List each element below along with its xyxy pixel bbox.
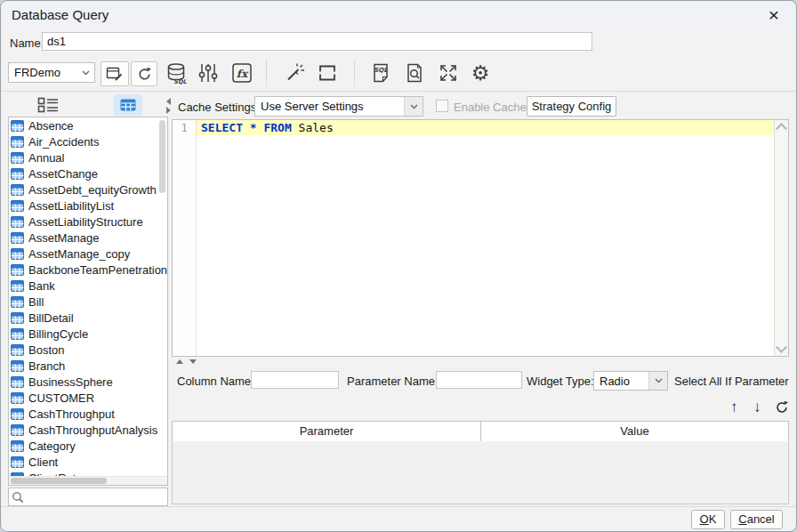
- expand-editor-icon[interactable]: [189, 359, 197, 364]
- horizontal-scrollbar[interactable]: [9, 476, 167, 485]
- table-list-item[interactable]: Bank: [9, 278, 167, 294]
- close-icon[interactable]: ×: [762, 4, 785, 27]
- table-icon: [11, 440, 24, 452]
- selected-tab-highlight: [114, 94, 142, 116]
- merge-query-button[interactable]: [314, 61, 341, 85]
- widget-type-select[interactable]: Radio: [593, 371, 668, 391]
- table-list-item[interactable]: AssetLiabilityList: [9, 197, 167, 214]
- table-icon: [11, 360, 24, 372]
- collapse-sidebar-icon[interactable]: [166, 98, 171, 105]
- edit-connection-button[interactable]: [101, 61, 129, 86]
- parameter-name-input[interactable]: [436, 371, 522, 389]
- table-icon: [11, 200, 24, 212]
- ok-button[interactable]: OK: [691, 510, 725, 529]
- table-list-item[interactable]: Category: [9, 438, 167, 454]
- column-name-input[interactable]: [251, 371, 339, 389]
- refresh-parameters-button[interactable]: [775, 400, 789, 418]
- table-name: Annual: [28, 151, 64, 165]
- database-sql-button[interactable]: SQL: [163, 61, 189, 85]
- table-list-item[interactable]: BillDetail: [9, 310, 167, 326]
- toolbar: FRDemo SQL: [1, 55, 796, 92]
- table-name: Air_Accidents: [28, 135, 99, 149]
- refresh-connection-button[interactable]: [131, 61, 157, 86]
- cache-mode-select[interactable]: Use Server Settings: [254, 96, 423, 117]
- name-input[interactable]: [42, 32, 592, 51]
- enable-cache-checkbox[interactable]: [436, 100, 448, 112]
- scroll-down-icon[interactable]: [776, 342, 787, 353]
- strategy-config-button[interactable]: Strategy Config: [527, 96, 616, 117]
- table-list-item[interactable]: Bill: [9, 294, 167, 310]
- table-list-item[interactable]: Annual: [9, 149, 167, 165]
- smart-add-button[interactable]: [281, 61, 308, 85]
- table-search-input[interactable]: [26, 489, 167, 504]
- table-list-item[interactable]: AssetManage: [9, 230, 167, 246]
- table-name: CashThroughputAnalysis: [28, 423, 157, 437]
- connection-select-value: FRDemo: [14, 63, 75, 82]
- vertical-scrollbar-thumb[interactable]: [159, 120, 165, 193]
- database-sql-icon: SQL: [165, 61, 188, 85]
- table-name: BusinessSphere: [28, 375, 113, 389]
- table-name: Category: [28, 439, 76, 453]
- table-list-item[interactable]: Absence: [9, 117, 167, 133]
- settings-button[interactable]: ⚙: [467, 61, 494, 85]
- table-icon: [11, 408, 24, 420]
- table-list-item[interactable]: BillingCycle: [9, 326, 167, 342]
- table-list-item[interactable]: Client: [9, 454, 167, 470]
- expand-sidebar-icon[interactable]: [166, 107, 171, 114]
- filter-params-button[interactable]: [195, 61, 221, 85]
- table-list-item[interactable]: BackboneTeamPenetration: [9, 262, 167, 278]
- table-list-item[interactable]: Branch: [9, 358, 167, 374]
- move-down-icon[interactable]: ↓: [753, 399, 761, 415]
- sql-editor[interactable]: 1 SELECT * FROM Sales: [172, 119, 789, 357]
- table-icon: [11, 264, 24, 276]
- table-search-box[interactable]: [8, 488, 168, 506]
- formula-button[interactable]: fx: [229, 61, 255, 85]
- table-icon: [11, 248, 24, 260]
- scroll-up-icon[interactable]: [776, 123, 787, 134]
- table-list-item[interactable]: BusinessSphere: [9, 374, 167, 390]
- refresh-icon: [137, 67, 152, 82]
- table-icon: [11, 456, 24, 468]
- expand-arrows-icon: [439, 63, 458, 83]
- table-list-item[interactable]: Boston: [9, 342, 167, 358]
- table-list-item[interactable]: CUSTOMER: [9, 390, 167, 406]
- table-list-item[interactable]: Air_Accidents: [9, 133, 167, 149]
- table-icon: [11, 312, 24, 324]
- table-name: AssetLiabilityStructure: [28, 215, 143, 229]
- table-icon: [11, 424, 24, 436]
- table-icon: [11, 376, 24, 388]
- gear-icon: ⚙: [471, 61, 490, 85]
- table-list-item[interactable]: CashThroughput: [9, 406, 167, 422]
- horizontal-scrollbar-thumb[interactable]: [11, 478, 107, 484]
- database-query-dialog: Database Query × Name: FRDemo: [0, 0, 797, 532]
- table-name: Boston: [28, 343, 64, 357]
- table-list-item[interactable]: AssetDebt_equityGrowth: [9, 181, 167, 197]
- table-list-item[interactable]: CashThroughputAnalysis: [9, 422, 167, 438]
- tab-list-view[interactable]: [8, 93, 88, 117]
- table-name: Absence: [28, 119, 74, 133]
- collapse-editor-icon[interactable]: [176, 359, 183, 364]
- table-list-item[interactable]: AssetLiabilityStructure: [9, 214, 167, 230]
- table-icon: [11, 328, 24, 340]
- table-icon: [11, 136, 24, 148]
- table-name: BillDetail: [28, 311, 74, 325]
- sql-text-button[interactable]: SQL: [367, 61, 394, 85]
- cancel-button[interactable]: Cancel: [730, 510, 783, 529]
- table-name: CUSTOMER: [28, 391, 94, 405]
- connection-select[interactable]: FRDemo: [8, 62, 95, 83]
- table-icon: [11, 168, 24, 180]
- table-list-item[interactable]: AssetChange: [9, 165, 167, 181]
- maximize-button[interactable]: [435, 61, 462, 85]
- table-name: BillingCycle: [28, 327, 88, 341]
- sql-code-line[interactable]: SELECT * FROM Sales: [197, 120, 774, 135]
- table-icon: [11, 344, 24, 356]
- tab-table-view[interactable]: [88, 93, 168, 117]
- value-column-header: Value: [481, 422, 788, 441]
- svg-text:SQL: SQL: [173, 78, 187, 85]
- table-icon: [11, 152, 24, 164]
- preview-button[interactable]: [401, 61, 428, 85]
- editor-scrollbar[interactable]: [774, 120, 788, 356]
- parameter-table-body[interactable]: [172, 441, 789, 504]
- table-list-item[interactable]: AssetManage_copy: [9, 246, 167, 262]
- move-up-icon[interactable]: ↑: [730, 399, 738, 415]
